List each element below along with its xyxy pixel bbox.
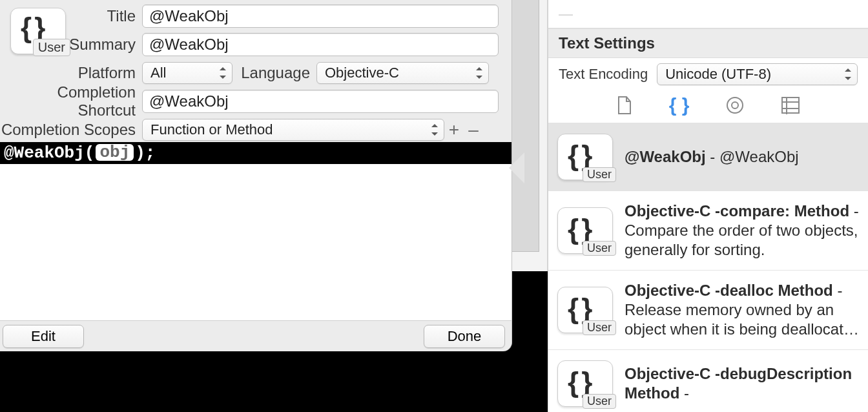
platform-popup[interactable]: All <box>142 62 232 84</box>
editor-button-bar: Edit Done <box>0 320 512 351</box>
snippet-badge: { } User <box>557 287 613 333</box>
snippet-text: @WeakObj - @WeakObj <box>625 147 859 167</box>
snippet-list: { } User @WeakObj - @WeakObj { } User Ob… <box>548 123 868 412</box>
snippet-list-item[interactable]: { } User @WeakObj - @WeakObj <box>548 123 868 191</box>
snippet-title: @WeakObj <box>625 148 706 165</box>
code-line: @WeakObj(obj); <box>0 142 512 164</box>
code-placeholder-token[interactable]: obj <box>96 144 134 161</box>
done-button-label: Done <box>448 328 482 345</box>
label-completion-scopes: Completion Scopes <box>0 121 142 139</box>
code-suffix: ); <box>135 143 155 163</box>
media-icon[interactable] <box>781 96 800 114</box>
add-scope-button[interactable]: + <box>444 119 464 140</box>
snippet-list-item[interactable]: { } User Objective-C -debugDescription M… <box>548 350 868 412</box>
title-input[interactable] <box>142 5 499 28</box>
badge-user-tag: User <box>583 241 616 256</box>
library-filter-row: { } <box>548 90 868 123</box>
form-area: { } User Title Summary Platform All Lang… <box>0 0 512 142</box>
selection-arrow-icon-inner <box>510 153 524 183</box>
language-value: Objective-C <box>325 65 399 81</box>
label-platform: Platform <box>0 64 142 82</box>
snippet-title: Objective-C -debugDescription Method <box>625 365 852 402</box>
edit-button[interactable]: Edit <box>3 325 84 348</box>
chevron-updown-icon <box>429 123 440 137</box>
svg-rect-2 <box>782 98 799 113</box>
label-summary: Summary <box>0 36 142 54</box>
code-prefix: @WeakObj( <box>4 143 94 163</box>
snippet-title: Objective-C -dealloc Method <box>625 282 833 299</box>
chevron-updown-icon <box>474 66 484 80</box>
snippet-text: Objective-C -debugDescription Method - <box>625 364 859 403</box>
snippet-badge: { } User <box>557 360 613 407</box>
text-encoding-popup[interactable]: Unicode (UTF-8) <box>657 63 858 85</box>
obscured-text: — <box>559 6 573 23</box>
text-encoding-row: Text Encoding Unicode (UTF-8) <box>548 58 868 90</box>
panel-divider <box>512 0 548 271</box>
panel-divider-shadow <box>512 0 539 252</box>
badge-user-tag: User <box>583 394 616 409</box>
language-popup[interactable]: Objective-C <box>316 62 489 84</box>
label-title: Title <box>0 7 142 25</box>
snippet-code-area[interactable]: @WeakObj(obj); <box>0 142 512 320</box>
snippet-badge: { } User <box>557 134 613 180</box>
snippet-desc: Compare the order of two objects, genera… <box>625 221 858 258</box>
library-top-strip: — <box>548 0 868 28</box>
remove-scope-button[interactable]: – <box>464 119 483 140</box>
svg-point-1 <box>732 102 738 108</box>
chevron-updown-icon <box>843 67 853 81</box>
snippet-desc: Release memory owned by an object when i… <box>625 301 859 338</box>
label-language: Language <box>232 64 316 82</box>
snippet-desc: @WeakObj <box>719 148 799 165</box>
chevron-updown-icon <box>218 66 228 80</box>
code-snippet-icon[interactable]: { } <box>669 94 690 116</box>
text-encoding-value: Unicode (UTF-8) <box>665 66 771 83</box>
snippet-title: Objective-C -compare: Method <box>625 202 849 220</box>
edit-button-label: Edit <box>31 328 56 345</box>
snippet-list-item[interactable]: { } User Objective-C -compare: Method - … <box>548 191 868 271</box>
snippet-list-item[interactable]: { } User Objective-C -dealloc Method - R… <box>548 271 868 350</box>
completion-scopes-popup[interactable]: Function or Method <box>142 119 444 141</box>
snippet-editor-panel: { } User Title Summary Platform All Lang… <box>0 0 523 412</box>
svg-point-0 <box>727 98 743 113</box>
library-panel: — Text Settings Text Encoding Unicode (U… <box>548 0 868 412</box>
completion-scopes-value: Function or Method <box>150 121 273 138</box>
summary-input[interactable] <box>142 33 499 56</box>
snippet-text: Objective-C -dealloc Method - Release me… <box>625 281 859 339</box>
label-text-encoding: Text Encoding <box>559 66 648 83</box>
badge-user-tag: User <box>583 320 616 335</box>
file-template-icon[interactable] <box>616 96 633 115</box>
done-button[interactable]: Done <box>424 325 505 348</box>
label-completion-shortcut: Completion Shortcut <box>0 83 142 119</box>
platform-value: All <box>150 65 166 81</box>
section-header-text-settings: Text Settings <box>548 28 868 58</box>
snippet-text: Objective-C -compare: Method - Compare t… <box>625 201 859 260</box>
snippet-badge: { } User <box>557 207 613 254</box>
badge-user-tag: User <box>583 167 616 182</box>
completion-shortcut-input[interactable] <box>142 90 499 113</box>
object-icon[interactable] <box>725 96 745 115</box>
